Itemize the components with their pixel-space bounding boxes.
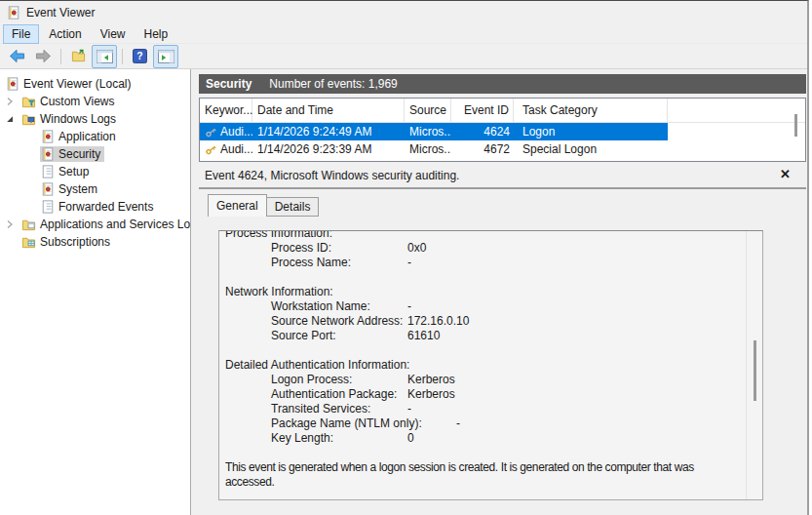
event-description-box: Process Information:Process ID:0x0Proces…: [218, 230, 763, 500]
detail-value: 172.16.0.10: [407, 314, 469, 329]
tree-item-body: Application: [40, 129, 120, 144]
event-cell: Audi...: [200, 123, 252, 140]
tree-item-label: Event Viewer (Local): [23, 77, 132, 91]
detail-line: Package Name (NTLM only):-: [225, 416, 746, 431]
blank-line: [225, 343, 746, 358]
event-cell: Audi...: [200, 140, 252, 158]
column-header-task-category[interactable]: Task Category: [514, 99, 668, 122]
window-title: Event Viewer: [26, 6, 95, 20]
events-scrollbar-thumb[interactable]: [794, 114, 797, 137]
detail-value: Kerberos: [407, 373, 455, 387]
log-plain-icon: [41, 200, 55, 214]
column-header-source[interactable]: Source: [405, 99, 451, 122]
audit-key-gold-icon: [205, 143, 217, 156]
menu-bar: FileActionViewHelp: [0, 24, 807, 44]
event-cell-text: 1/14/2026 9:24:49 AM: [257, 125, 371, 139]
events-list: Keywor...Date and TimeSourceEvent IDTask…: [199, 98, 806, 162]
detail-value: -: [407, 256, 411, 270]
detail-line: Source Port:61610: [225, 329, 746, 343]
event-detail-header: Event 4624, Microsoft Windows security a…: [199, 164, 806, 189]
forward-arrow-button[interactable]: [30, 45, 56, 68]
sidebar-item-forwarded-events[interactable]: Forwarded Events: [0, 198, 190, 216]
show-console-tree-button[interactable]: [92, 45, 117, 68]
column-header-keywor-[interactable]: Keywor...: [200, 99, 252, 122]
tree-collapsed-arrow-icon[interactable]: [5, 219, 20, 229]
event-row[interactable]: Audi...1/14/2026 9:24:49 AMMicros...4624…: [200, 123, 668, 140]
event-cell-text: 4624: [483, 125, 510, 139]
tab-details[interactable]: Details: [266, 197, 320, 217]
tree-item-body: Event Viewer (Local): [5, 76, 135, 92]
detail-line: Detailed Authentication Information:: [225, 358, 746, 373]
forward-arrow-icon: [35, 49, 52, 63]
description-scrollbar-thumb[interactable]: [754, 340, 756, 401]
event-cell: Micros...: [405, 123, 451, 140]
tree-item-body: Security: [40, 146, 104, 162]
log-event-icon: [41, 147, 55, 161]
event-cell: 4672: [451, 140, 514, 158]
tree-expanded-arrow-icon[interactable]: [5, 114, 20, 124]
blank-line: [225, 270, 746, 285]
open-saved-log-button[interactable]: [65, 45, 91, 68]
show-console-tree-icon: [97, 50, 113, 63]
sidebar-item-applications-and-services-lo[interactable]: Applications and Services Lo: [0, 216, 190, 233]
event-row[interactable]: Audi...1/14/2026 9:23:39 AMMicros...4672…: [200, 140, 668, 158]
event-description-text: This event is generated when a logon ses…: [225, 460, 746, 490]
sidebar-item-application[interactable]: Application: [0, 128, 190, 145]
tree-item-body: Setup: [40, 164, 93, 179]
event-cell: 4624: [451, 123, 514, 140]
menu-action[interactable]: Action: [40, 24, 90, 44]
menu-view[interactable]: View: [92, 24, 135, 44]
toolbar-separator: [60, 49, 61, 64]
tree-item-body: Windows Logs: [20, 111, 120, 128]
menu-file[interactable]: File: [3, 24, 39, 44]
folder-monitor-icon: [21, 112, 36, 127]
tree-item-body: Custom Views: [20, 94, 118, 110]
tree-item-label: Custom Views: [40, 95, 114, 108]
event-detail-title: Event 4624, Microsoft Windows security a…: [205, 169, 459, 182]
tree-item-label: Application: [58, 130, 116, 143]
detail-label: Network Information:: [225, 285, 333, 298]
main-pane: Security Number of events: 1,969 Keywor.…: [199, 69, 806, 515]
sidebar-item-security[interactable]: Security: [0, 145, 190, 163]
sidebar-item-subscriptions[interactable]: Subscriptions: [0, 233, 190, 251]
detail-value: 0x0: [407, 241, 426, 256]
tree-item-label: Applications and Services Lo: [40, 218, 190, 231]
sidebar-item-setup[interactable]: Setup: [0, 163, 190, 180]
detail-label: Source Port:: [225, 329, 336, 343]
detail-line: Source Network Address:172.16.0.10: [225, 314, 746, 329]
sidebar-item-system[interactable]: System: [0, 180, 190, 198]
sidebar-item-windows-logs[interactable]: Windows Logs: [0, 110, 190, 128]
detail-line: Process Information:: [225, 230, 746, 241]
detail-line: Logon Process:Kerberos: [225, 373, 746, 387]
blank-line: [225, 446, 746, 460]
back-arrow-button[interactable]: [4, 45, 29, 68]
event-cell: Special Logon: [514, 140, 668, 158]
detail-label: Workstation Name:: [225, 299, 370, 314]
event-cell-text: Logon: [522, 125, 555, 139]
detail-line: Process Name:-: [225, 256, 746, 270]
detail-value: Kerberos: [407, 387, 455, 402]
column-header-date-and-time[interactable]: Date and Time: [252, 99, 405, 122]
tree-collapsed-arrow-icon[interactable]: [5, 97, 20, 106]
event-cell-text: Audi...: [220, 125, 252, 139]
sidebar-item-event-viewer-local-[interactable]: Event Viewer (Local): [0, 75, 190, 93]
detail-label: Package Name (NTLM only):: [225, 416, 422, 431]
sidebar-item-custom-views[interactable]: Custom Views: [0, 93, 190, 110]
event-cell-text: Audi...: [220, 142, 252, 156]
events-list-header: Keywor...Date and TimeSourceEvent IDTask…: [200, 99, 805, 123]
folder-window-icon: [21, 218, 36, 232]
close-icon[interactable]: ✕: [780, 167, 791, 181]
detail-label: Key Length:: [225, 431, 333, 446]
detail-label: Authentication Package:: [225, 387, 397, 402]
event-count: Number of events: 1,969: [269, 77, 397, 91]
help-button[interactable]: ?: [127, 45, 152, 68]
audit-key-silver-icon: [205, 126, 217, 139]
event-cell-text: 1/14/2026 9:23:39 AM: [257, 142, 371, 156]
tab-general[interactable]: General: [208, 194, 267, 217]
show-action-pane-button[interactable]: [153, 45, 178, 68]
detail-value: 61610: [407, 329, 440, 343]
menu-help[interactable]: Help: [135, 24, 177, 44]
column-header-event-id[interactable]: Event ID: [451, 99, 514, 122]
log-plain-icon: [41, 165, 55, 178]
title-bar: Event Viewer: [0, 1, 807, 24]
